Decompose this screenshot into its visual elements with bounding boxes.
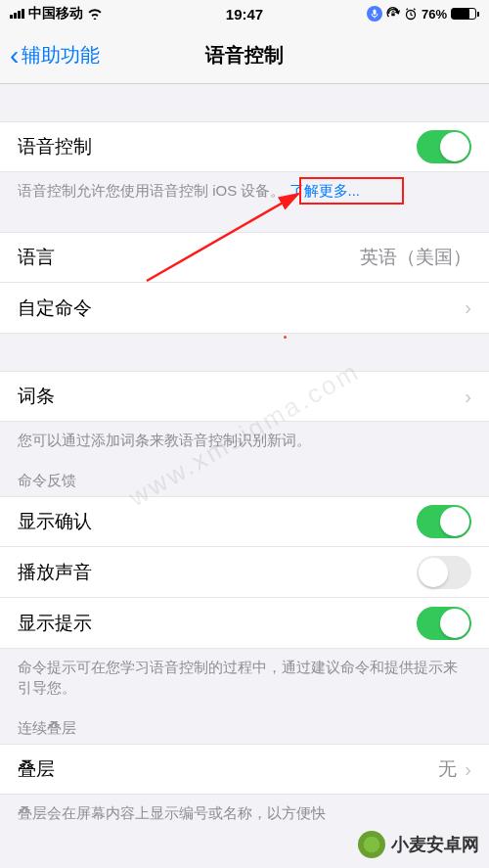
chevron-right-icon: ›: [465, 758, 471, 781]
vocabulary-footer: 您可以通过添加词条来教语音控制识别新词。: [0, 422, 489, 458]
overlay-value: 无: [438, 756, 457, 782]
overlay-label: 叠层: [18, 756, 55, 782]
signal-bars-icon: [10, 9, 24, 19]
battery-icon: [451, 8, 479, 20]
orientation-lock-icon: [386, 7, 400, 21]
battery-percent: 76%: [422, 7, 447, 22]
chevron-right-icon: ›: [465, 297, 471, 319]
play-sound-label: 播放声音: [18, 560, 92, 585]
page-title: 语音控制: [205, 42, 284, 69]
brand-badge: 小麦安卓网: [358, 831, 479, 858]
learn-more-link[interactable]: 了解更多...: [289, 182, 361, 199]
custom-commands-label: 自定命令: [18, 296, 92, 321]
show-hints-toggle[interactable]: [417, 607, 471, 640]
voice-control-toggle[interactable]: [417, 130, 471, 163]
wifi-icon: [87, 8, 103, 20]
alarm-icon: [404, 7, 418, 21]
voice-control-label: 语音控制: [18, 134, 92, 160]
back-label: 辅助功能: [22, 42, 100, 69]
nav-bar: ‹ 辅助功能 语音控制: [0, 27, 489, 84]
status-time: 19:47: [226, 6, 263, 23]
status-left: 中国移动: [10, 5, 103, 23]
chevron-right-icon: ›: [465, 386, 471, 408]
brand-icon: [358, 831, 385, 858]
overlay-row[interactable]: 叠层 无 ›: [0, 744, 489, 795]
chevron-left-icon: ‹: [10, 42, 19, 69]
brand-label: 小麦安卓网: [391, 833, 479, 856]
annotation-dot: [284, 336, 287, 339]
overlay-header: 连续叠层: [0, 706, 489, 744]
status-right: 76%: [367, 6, 479, 22]
show-confirmation-label: 显示确认: [18, 509, 92, 534]
show-confirmation-row: 显示确认: [0, 496, 489, 547]
voice-control-footer-text: 语音控制允许您使用语音控制 iOS 设备。: [18, 182, 285, 199]
show-confirmation-toggle[interactable]: [417, 505, 471, 538]
voice-control-row: 语音控制: [0, 121, 489, 172]
command-feedback-header: 命令反馈: [0, 458, 489, 496]
vocabulary-row[interactable]: 词条 ›: [0, 371, 489, 422]
command-feedback-footer: 命令提示可在您学习语音控制的过程中，通过建议命令和提供提示来引导您。: [0, 649, 489, 706]
mic-icon: [367, 6, 382, 22]
back-button[interactable]: ‹ 辅助功能: [10, 42, 100, 69]
status-bar: 中国移动 19:47 76%: [0, 0, 489, 27]
svg-rect-2: [391, 13, 394, 16]
svg-rect-0: [373, 10, 376, 16]
show-hints-label: 显示提示: [18, 611, 92, 636]
custom-commands-row[interactable]: 自定命令 ›: [0, 283, 489, 334]
language-value: 英语（美国）: [360, 245, 471, 270]
play-sound-toggle[interactable]: [417, 556, 471, 589]
carrier-label: 中国移动: [28, 5, 83, 23]
show-hints-row: 显示提示: [0, 598, 489, 649]
play-sound-row: 播放声音: [0, 547, 489, 598]
language-row[interactable]: 语言 英语（美国）: [0, 232, 489, 283]
overlay-footer: 叠层会在屏幕内容上显示编号或名称，以方便快: [0, 795, 489, 831]
vocabulary-label: 词条: [18, 384, 55, 409]
language-label: 语言: [18, 245, 55, 270]
voice-control-footer: 语音控制允许您使用语音控制 iOS 设备。 了解更多...: [0, 172, 489, 208]
